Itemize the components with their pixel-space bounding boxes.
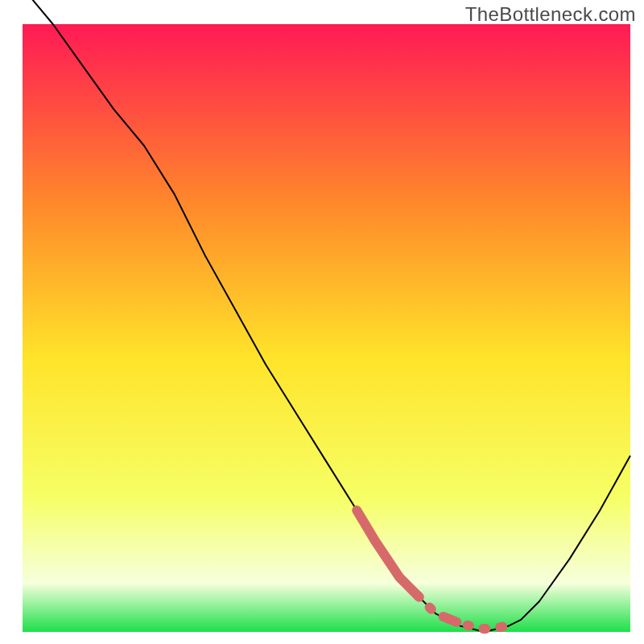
chart-container: TheBottleneck.com	[0, 0, 644, 644]
plot-background	[23, 24, 630, 632]
chart-svg	[0, 0, 644, 644]
watermark-text: TheBottleneck.com	[465, 3, 636, 26]
